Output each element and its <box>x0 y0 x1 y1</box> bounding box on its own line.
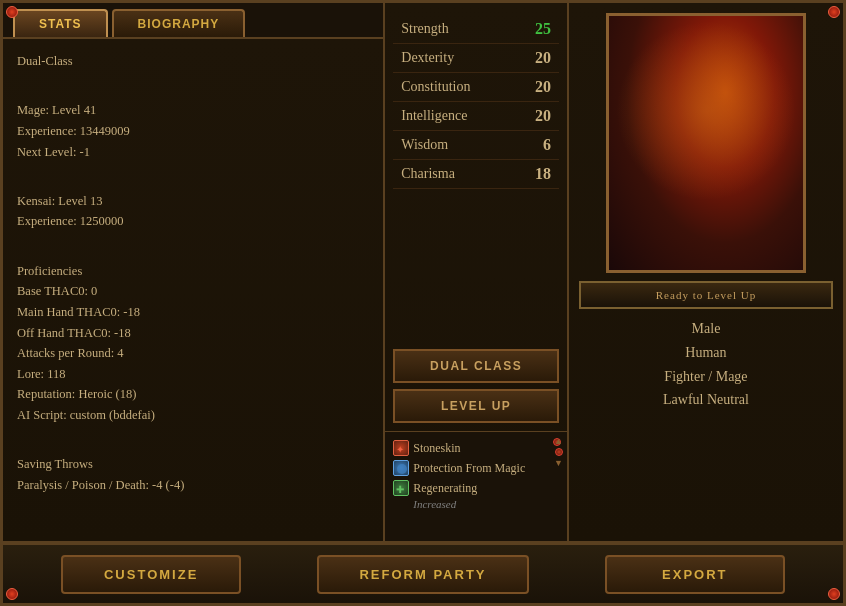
ai-script: AI Script: custom (bddefai) <box>17 405 369 426</box>
attribute-row-wisdom: Wisdom 6 <box>393 131 559 160</box>
attribute-row-charisma: Charisma 18 <box>393 160 559 189</box>
class-line: Dual-Class <box>17 51 369 72</box>
effects-scroll-down-arrow: ▼ <box>554 458 563 468</box>
increased-label: Increased <box>393 498 559 510</box>
portrait-area: ✦ ✦ ✦ ✦ <box>569 3 843 541</box>
proficiencies-section: Proficiencies Base THAC0: 0 Main Hand TH… <box>17 261 369 426</box>
corner-gem-br <box>828 588 840 600</box>
attribute-name-wisdom: Wisdom <box>401 137 448 153</box>
saving-throws-line: Paralysis / Poison / Death: -4 (-4) <box>17 475 369 496</box>
effect-protection: Protection From Magic <box>393 458 559 478</box>
right-panel: ✦ ✦ ✦ ✦ <box>569 3 843 541</box>
attribute-value-wisdom: 6 <box>521 136 551 154</box>
dual-class-button[interactable]: DUAL CLASS <box>393 349 559 383</box>
stoneskin-icon: ✦ <box>393 440 409 456</box>
attacks-per-round: Attacks per Round: 4 <box>17 343 369 364</box>
regenerating-icon: ✚ <box>393 480 409 496</box>
base-thac0: Base THAC0: 0 <box>17 281 369 302</box>
character-class: Fighter / Mage <box>663 365 749 389</box>
stoneskin-label: Stoneskin <box>413 441 460 456</box>
main-hand-thac0: Main Hand THAC0: -18 <box>17 302 369 323</box>
main-window: STATS BIOGRAPHY Dual-Class Mage: Level 4… <box>0 0 846 606</box>
class-section: Dual-Class <box>17 51 369 72</box>
active-effects-area: ✦ Stoneskin Protection From Magic <box>385 431 567 541</box>
customize-button[interactable]: CUSTOMIZE <box>61 555 241 594</box>
attribute-value-strength: 25 <box>521 20 551 38</box>
top-area: STATS BIOGRAPHY Dual-Class Mage: Level 4… <box>3 3 843 543</box>
protection-label: Protection From Magic <box>413 461 525 476</box>
portrait-inner: ✦ ✦ ✦ ✦ <box>609 16 803 270</box>
stats-content: Dual-Class Mage: Level 41 Experience: 13… <box>3 39 383 541</box>
export-button[interactable]: EXPORT <box>605 555 785 594</box>
svg-point-1 <box>397 464 407 474</box>
attribute-row-dexterity: Dexterity 20 <box>393 44 559 73</box>
character-info: Male Human Fighter / Mage Lawful Neutral <box>663 317 749 412</box>
corner-gem-tr <box>828 6 840 18</box>
attribute-value-constitution: 20 <box>521 78 551 96</box>
attributes-list: Strength 25 Dexterity 20 Constitution 20… <box>385 3 567 341</box>
attribute-name-intelligence: Intelligence <box>401 108 467 124</box>
attribute-name-strength: Strength <box>401 21 448 37</box>
level-up-badge: Ready to Level Up <box>579 281 833 309</box>
effects-scroll-up-arrow: ▲ <box>554 436 563 446</box>
bottom-bar: CUSTOMIZE REFORM PARTY EXPORT <box>3 543 843 603</box>
corner-gem-tl <box>6 6 18 18</box>
level-up-button[interactable]: LEVEL UP <box>393 389 559 423</box>
protection-icon <box>393 460 409 476</box>
effect-stoneskin: ✦ Stoneskin <box>393 438 559 458</box>
attribute-row-strength: Strength 25 <box>393 15 559 44</box>
middle-panel: Strength 25 Dexterity 20 Constitution 20… <box>385 3 569 541</box>
saving-throws-title: Saving Throws <box>17 454 369 475</box>
character-gender: Male <box>663 317 749 341</box>
effects-scroll-gem <box>555 448 563 456</box>
tabs-bar: STATS BIOGRAPHY <box>3 3 383 39</box>
corner-gem-bl <box>6 588 18 600</box>
attribute-value-intelligence: 20 <box>521 107 551 125</box>
attribute-value-dexterity: 20 <box>521 49 551 67</box>
off-hand-thac0: Off Hand THAC0: -18 <box>17 323 369 344</box>
experience-line: Experience: 13449009 <box>17 121 369 142</box>
effects-scroll[interactable]: ▲ ▼ <box>554 436 563 468</box>
attribute-value-charisma: 18 <box>521 165 551 183</box>
reputation: Reputation: Heroic (18) <box>17 384 369 405</box>
buttons-area: DUAL CLASS LEVEL UP <box>385 341 567 431</box>
kensai-exp-line: Experience: 1250000 <box>17 211 369 232</box>
effect-regenerating: ✚ Regenerating <box>393 478 559 498</box>
svg-text:✚: ✚ <box>396 484 404 495</box>
reform-party-button[interactable]: REFORM PARTY <box>317 555 528 594</box>
character-portrait[interactable]: ✦ ✦ ✦ ✦ <box>606 13 806 273</box>
next-level-line: Next Level: -1 <box>17 142 369 163</box>
portrait-glow <box>616 21 796 201</box>
saving-throws-section: Saving Throws Paralysis / Poison / Death… <box>17 454 369 495</box>
kensai-section: Kensai: Level 13 Experience: 1250000 <box>17 191 369 232</box>
attribute-name-constitution: Constitution <box>401 79 470 95</box>
proficiencies-title: Proficiencies <box>17 261 369 282</box>
tab-biography[interactable]: BIOGRAPHY <box>112 9 246 37</box>
mage-line: Mage: Level 41 <box>17 100 369 121</box>
attribute-name-charisma: Charisma <box>401 166 455 182</box>
svg-text:✦: ✦ <box>396 444 404 455</box>
left-panel: STATS BIOGRAPHY Dual-Class Mage: Level 4… <box>3 3 385 541</box>
tab-stats[interactable]: STATS <box>13 9 108 37</box>
character-alignment: Lawful Neutral <box>663 388 749 412</box>
lore: Lore: 118 <box>17 364 369 385</box>
attribute-row-intelligence: Intelligence 20 <box>393 102 559 131</box>
attribute-row-constitution: Constitution 20 <box>393 73 559 102</box>
mage-section: Mage: Level 41 Experience: 13449009 Next… <box>17 100 369 162</box>
regenerating-label: Regenerating <box>413 481 477 496</box>
attribute-name-dexterity: Dexterity <box>401 50 454 66</box>
character-race: Human <box>663 341 749 365</box>
kensai-line: Kensai: Level 13 <box>17 191 369 212</box>
